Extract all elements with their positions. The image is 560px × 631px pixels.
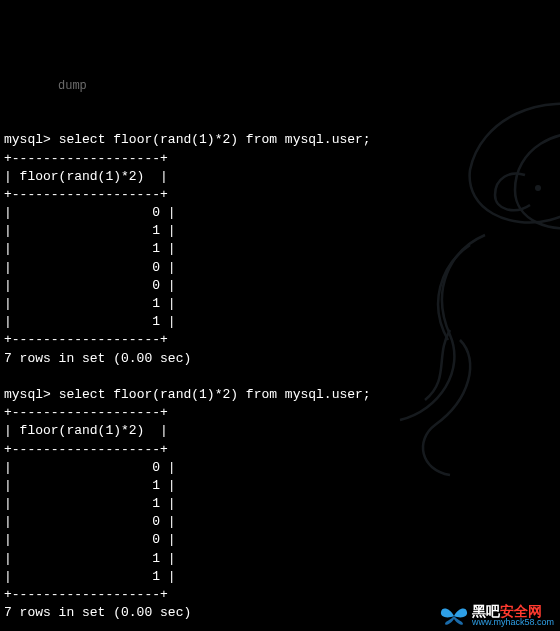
cell: 1 — [152, 241, 160, 256]
cell: 0 — [152, 460, 160, 475]
watermark-title: 黑吧安全网 — [472, 604, 554, 618]
status-line: 7 rows in set (0.00 sec) — [4, 605, 191, 620]
cell: 0 — [152, 532, 160, 547]
cell: 1 — [152, 296, 160, 311]
butterfly-icon — [440, 606, 468, 626]
table-header: | floor(rand(1)*2) | — [4, 169, 168, 184]
cell: 0 — [152, 260, 160, 275]
table-border: +-------------------+ — [4, 187, 168, 202]
watermark-url: www.myhack58.com — [472, 618, 554, 627]
table-border: +-------------------+ — [4, 332, 168, 347]
cell: 1 — [152, 551, 160, 566]
prompt: mysql> — [4, 387, 51, 402]
status-line: 7 rows in set (0.00 sec) — [4, 351, 191, 366]
table-border: +-------------------+ — [4, 587, 168, 602]
table-border: +-------------------+ — [4, 405, 168, 420]
table-border: +-------------------+ — [4, 442, 168, 457]
cell: 0 — [152, 514, 160, 529]
cell: 0 — [152, 278, 160, 293]
sql-query: select floor(rand(1)*2) from mysql.user; — [59, 387, 371, 402]
table-header: | floor(rand(1)*2) | — [4, 423, 168, 438]
prompt: mysql> — [4, 132, 51, 147]
cell: 1 — [152, 223, 160, 238]
site-watermark: 黑吧安全网 www.myhack58.com — [440, 604, 554, 627]
cell: 1 — [152, 496, 160, 511]
cell: 1 — [152, 569, 160, 584]
cell: 1 — [152, 314, 160, 329]
sql-query: select floor(rand(1)*2) from mysql.user; — [59, 132, 371, 147]
terminal-output: mysql> select floor(rand(1)*2) from mysq… — [4, 113, 560, 631]
table-border: +-------------------+ — [4, 151, 168, 166]
cell: 0 — [152, 205, 160, 220]
ghost-label: dump — [58, 78, 87, 95]
cell: 1 — [152, 478, 160, 493]
